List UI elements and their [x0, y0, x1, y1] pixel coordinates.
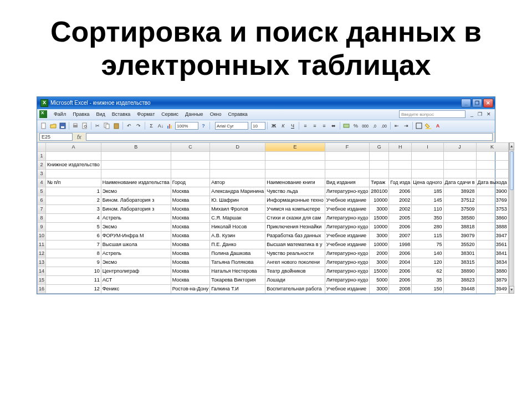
cell[interactable]: Город	[171, 178, 210, 187]
save-icon[interactable]	[58, 121, 67, 130]
row-header[interactable]: 5	[38, 187, 46, 196]
cut-icon[interactable]: ✂	[93, 121, 102, 130]
cell[interactable]	[476, 160, 508, 169]
maximize-button[interactable]: ❐	[472, 99, 482, 108]
cell[interactable]: Москва	[171, 222, 210, 231]
cell[interactable]: Литературно-худо	[325, 213, 369, 222]
cell[interactable]: Литературно-худо	[325, 267, 369, 275]
cell[interactable]: Токарева Виктория	[210, 275, 265, 284]
cell[interactable]: 3	[46, 204, 101, 213]
cell[interactable]: 3753	[476, 204, 508, 213]
menu-insert[interactable]: Вставка	[109, 110, 134, 118]
cell[interactable]: 38580	[443, 213, 476, 222]
cell[interactable]: 62	[412, 267, 443, 275]
cell[interactable]: Астрель	[101, 213, 171, 222]
inc-decimal-icon[interactable]: ,0	[370, 121, 379, 130]
spreadsheet-grid[interactable]: ABCDEFGHIJK12Книжное издательство34№ п/п…	[37, 142, 509, 294]
cell[interactable]: Ангел нового поколени	[265, 258, 325, 267]
col-header-A[interactable]: A	[46, 142, 101, 151]
cell[interactable]: 2006	[389, 267, 412, 275]
cell[interactable]: Литературно-худо	[325, 222, 369, 231]
cell[interactable]: 3900	[476, 187, 508, 196]
cell[interactable]: Автор	[210, 178, 265, 187]
cell[interactable]: Тираж	[370, 178, 389, 187]
redo-icon[interactable]: ↷	[134, 121, 143, 130]
bold-icon[interactable]: Ж	[269, 121, 278, 130]
cell[interactable]: 3000	[370, 204, 389, 213]
cell[interactable]	[412, 169, 443, 178]
cell[interactable]: Высшая математика в у	[265, 240, 325, 249]
cell[interactable]: Александра Маринина	[210, 187, 265, 196]
cell[interactable]: 3841	[476, 249, 508, 258]
cell[interactable]	[101, 169, 171, 178]
italic-icon[interactable]: К	[279, 121, 288, 130]
align-center-icon[interactable]: ≡	[310, 121, 319, 130]
cell[interactable]: Ростов-на-Дону	[171, 284, 210, 293]
cell[interactable]: Театр двойников	[265, 267, 325, 275]
doc-restore-button[interactable]: ❐	[476, 111, 484, 117]
menu-file[interactable]: Файл	[50, 110, 69, 118]
cell[interactable]	[370, 151, 389, 160]
cell[interactable]: Бином. Лаборатория з	[101, 196, 171, 204]
cell[interactable]: 1	[46, 187, 101, 196]
cell[interactable]: 3834	[476, 258, 508, 267]
col-header-I[interactable]: I	[412, 142, 443, 151]
new-icon[interactable]	[39, 121, 48, 130]
cell[interactable]	[265, 169, 325, 178]
menu-view[interactable]: Вид	[93, 110, 109, 118]
row-header[interactable]: 9	[38, 222, 46, 231]
cell[interactable]: 3000	[370, 284, 389, 293]
row-header[interactable]: 12	[38, 249, 46, 258]
help-icon[interactable]: ?	[199, 121, 208, 130]
sort-asc-icon[interactable]: A↓	[156, 121, 165, 130]
cell[interactable]: Учебное издание	[325, 240, 369, 249]
menu-edit[interactable]: Правка	[69, 110, 93, 118]
dec-indent-icon[interactable]: ⇤	[392, 121, 401, 130]
cell[interactable]: 39079	[443, 231, 476, 240]
dec-decimal-icon[interactable]: ,00	[380, 121, 388, 130]
cell[interactable]: 2006	[389, 249, 412, 258]
col-header-G[interactable]: G	[370, 142, 389, 151]
cell[interactable]: Эксмо	[101, 258, 171, 267]
cell[interactable]: Стихи и сказки для сам	[265, 213, 325, 222]
doc-close-button[interactable]: ✕	[485, 111, 493, 117]
zoom-input[interactable]: 100%	[175, 122, 198, 130]
cell[interactable]: 3880	[476, 267, 508, 275]
percent-icon[interactable]: %	[351, 121, 360, 130]
align-left-icon[interactable]: ≡	[301, 121, 310, 130]
cell[interactable]: 3860	[476, 213, 508, 222]
cell[interactable]: Москва	[171, 187, 210, 196]
col-header-H[interactable]: H	[389, 142, 412, 151]
cell[interactable]: 15000	[370, 213, 389, 222]
preview-icon[interactable]	[80, 121, 89, 130]
cell[interactable]: Литературно-худо	[325, 275, 369, 284]
col-header-E[interactable]: E	[265, 142, 325, 151]
paste-icon[interactable]	[112, 121, 121, 130]
cell[interactable]: 2002	[389, 196, 412, 204]
row-header[interactable]: 11	[38, 240, 46, 249]
cell[interactable]: 2	[46, 196, 101, 204]
row-header[interactable]: 8	[38, 213, 46, 222]
cell[interactable]: Учебное издание	[325, 204, 369, 213]
fx-icon[interactable]: fx	[77, 134, 81, 140]
cell[interactable]	[389, 151, 412, 160]
cell[interactable]: 2008	[389, 284, 412, 293]
font-color-icon[interactable]: A	[433, 121, 442, 130]
cell[interactable]: 12	[46, 284, 101, 293]
cell[interactable]: 120	[412, 258, 443, 267]
row-header[interactable]: 4	[38, 178, 46, 187]
cell[interactable]: 10000	[370, 222, 389, 231]
cell[interactable]	[265, 160, 325, 169]
copy-icon[interactable]	[103, 121, 111, 130]
cell[interactable]: Воспитательная работа	[265, 284, 325, 293]
row-header[interactable]: 16	[38, 284, 46, 293]
cell[interactable]: Бином. Лаборатория з	[101, 204, 171, 213]
doc-minimize-button[interactable]: _	[469, 111, 475, 117]
col-header-D[interactable]: D	[210, 142, 265, 151]
cell[interactable]	[443, 169, 476, 178]
cell[interactable]: Николай Носов	[210, 222, 265, 231]
fill-color-icon[interactable]	[424, 121, 433, 130]
cell[interactable]: Вид издания	[325, 178, 369, 187]
cell[interactable]: ФОРУМ-Инфра М	[101, 231, 171, 240]
cell[interactable]: А.В. Кузин	[210, 231, 265, 240]
